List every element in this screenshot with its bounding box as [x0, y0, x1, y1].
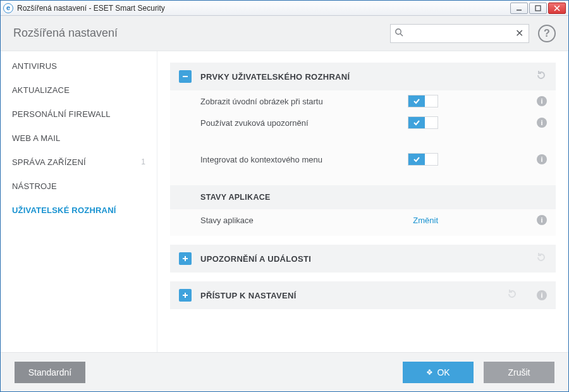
body: ANTIVIRUS AKTUALIZACE PERSONÁLNÍ FIREWAL… [1, 51, 568, 352]
sidebar-item-label: PERSONÁLNÍ FIREWALL [12, 109, 111, 119]
search-box[interactable]: ✕ [390, 24, 529, 43]
reset-icon[interactable] [506, 288, 518, 302]
content: PRVKY UŽIVATELSKÉHO ROZHRANÍ Zobrazit úv… [157, 51, 568, 352]
shield-icon: ❖ [426, 368, 433, 377]
ok-button[interactable]: ❖ OK [403, 362, 474, 383]
header: Rozšířená nastavení ✕ ? [1, 16, 568, 51]
app-window: e Rozšířená nastavení - ESET Smart Secur… [0, 0, 569, 392]
row-use-sounds: Používat zvuková upozornění i [170, 112, 556, 133]
sidebar-item-label: UŽIVATELSKÉ ROZHRANÍ [12, 205, 116, 215]
svg-rect-6 [183, 76, 188, 77]
info-icon[interactable]: i [537, 290, 547, 300]
sidebar-item-firewall[interactable]: PERSONÁLNÍ FIREWALL [1, 102, 157, 126]
sidebar-item-label: AKTUALIZACE [12, 85, 70, 95]
help-button[interactable]: ? [538, 25, 556, 42]
row-label: Integrovat do kontextového menu [200, 155, 322, 164]
panel-header-notifications[interactable]: UPOZORNĚNÍ A UDÁLOSTI [170, 245, 556, 273]
panel-notifications: UPOZORNĚNÍ A UDÁLOSTI [170, 245, 556, 273]
info-icon[interactable]: i [537, 154, 547, 164]
sidebar-item-badge: 1 [141, 157, 145, 166]
info-icon[interactable]: i [537, 96, 547, 106]
svg-rect-10 [183, 295, 188, 296]
toggle-context-menu[interactable] [408, 153, 438, 166]
row-context-menu: Integrovat do kontextového menu i [170, 149, 556, 170]
panel-access: PŘÍSTUP K NASTAVENÍ i [170, 281, 556, 309]
expand-icon[interactable] [179, 252, 192, 265]
subheader-app-statuses: STAVY APLIKACE [170, 185, 556, 209]
check-icon [408, 95, 425, 107]
row-label: Zobrazit úvodní obrázek při startu [200, 97, 323, 106]
sidebar-item-user-interface[interactable]: UŽIVATELSKÉ ROZHRANÍ [1, 198, 157, 222]
svg-rect-8 [183, 258, 188, 259]
sidebar-item-device-control[interactable]: SPRÁVA ZAŘÍZENÍ 1 [1, 150, 157, 174]
app-icon: e [3, 3, 13, 13]
sidebar-item-antivirus[interactable]: ANTIVIRUS [1, 54, 157, 78]
reset-icon[interactable] [535, 252, 547, 266]
sidebar-item-label: ANTIVIRUS [12, 61, 57, 71]
panel-header-access[interactable]: PŘÍSTUP K NASTAVENÍ i [170, 281, 556, 309]
footer: Standardní ❖ OK Zrušit [1, 352, 568, 391]
default-button[interactable]: Standardní [15, 362, 85, 383]
panel-title: PRVKY UŽIVATELSKÉHO ROZHRANÍ [200, 72, 350, 82]
info-icon[interactable]: i [537, 215, 547, 225]
panel-ui-elements: PRVKY UŽIVATELSKÉHO ROZHRANÍ Zobrazit úv… [170, 63, 556, 236]
panel-header-ui-elements[interactable]: PRVKY UŽIVATELSKÉHO ROZHRANÍ [170, 63, 556, 90]
info-icon[interactable]: i [537, 118, 547, 128]
sidebar-item-label: WEB A MAIL [12, 133, 60, 143]
check-icon [408, 117, 425, 128]
panel-title: UPOZORNĚNÍ A UDÁLOSTI [200, 254, 311, 264]
close-button[interactable] [548, 3, 566, 14]
svg-line-5 [400, 34, 403, 36]
sidebar-item-update[interactable]: AKTUALIZACE [1, 78, 157, 102]
page-title: Rozšířená nastavení [13, 27, 118, 40]
window-title: Rozšířená nastavení - ESET Smart Securit… [17, 4, 165, 13]
change-link[interactable]: Změnit [413, 216, 438, 225]
svg-rect-1 [535, 6, 541, 11]
cancel-button[interactable]: Zrušit [484, 362, 554, 383]
search-icon [395, 28, 403, 39]
sidebar: ANTIVIRUS AKTUALIZACE PERSONÁLNÍ FIREWAL… [1, 51, 157, 352]
row-show-splash: Zobrazit úvodní obrázek při startu i [170, 90, 556, 112]
sidebar-item-label: SPRÁVA ZAŘÍZENÍ [12, 157, 86, 167]
toggle-show-splash[interactable] [408, 95, 438, 107]
maximize-button[interactable] [529, 3, 547, 14]
check-icon [408, 154, 425, 165]
expand-icon[interactable] [179, 289, 192, 302]
titlebar: e Rozšířená nastavení - ESET Smart Secur… [1, 1, 568, 16]
search-input[interactable] [406, 28, 514, 38]
panel-title: PŘÍSTUP K NASTAVENÍ [200, 291, 297, 300]
svg-point-4 [396, 28, 401, 34]
collapse-icon[interactable] [179, 70, 192, 83]
sidebar-item-tools[interactable]: NÁSTROJE [1, 174, 157, 198]
panel-body-ui-elements: Zobrazit úvodní obrázek při startu i Pou… [170, 90, 556, 236]
sidebar-item-web-mail[interactable]: WEB A MAIL [1, 126, 157, 150]
row-app-statuses: Stavy aplikace Změnit i [170, 209, 556, 231]
sidebar-item-label: NÁSTROJE [12, 181, 57, 191]
reset-icon[interactable] [535, 70, 547, 83]
toggle-use-sounds[interactable] [408, 116, 438, 129]
row-label: Stavy aplikace [200, 216, 254, 225]
minimize-button[interactable] [510, 3, 528, 14]
row-label: Používat zvuková upozornění [200, 118, 309, 128]
clear-search-icon[interactable]: ✕ [514, 27, 525, 39]
